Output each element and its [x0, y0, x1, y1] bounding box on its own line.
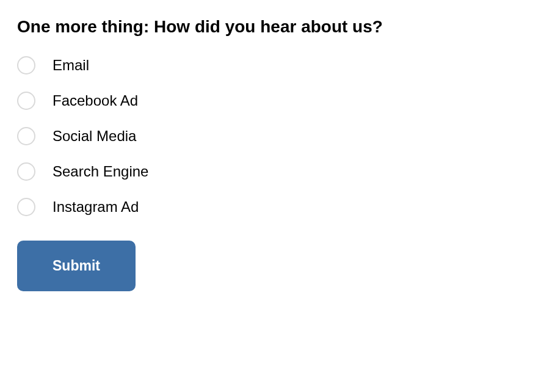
question-heading: One more thing: How did you hear about u… — [17, 17, 516, 37]
option-search-engine[interactable]: Search Engine — [17, 162, 516, 181]
radio-email[interactable] — [17, 56, 35, 74]
option-label: Search Engine — [53, 163, 148, 180]
option-label: Facebook Ad — [53, 92, 138, 109]
option-label: Instagram Ad — [53, 198, 139, 216]
radio-search-engine[interactable] — [17, 162, 35, 181]
option-instagram-ad[interactable]: Instagram Ad — [17, 198, 516, 216]
option-label: Email — [53, 57, 89, 74]
options-group: Email Facebook Ad Social Media Search En… — [17, 56, 516, 216]
option-social-media[interactable]: Social Media — [17, 127, 516, 145]
option-facebook-ad[interactable]: Facebook Ad — [17, 92, 516, 110]
radio-social-media[interactable] — [17, 127, 35, 145]
option-label: Social Media — [53, 128, 136, 145]
option-email[interactable]: Email — [17, 56, 516, 74]
radio-facebook-ad[interactable] — [17, 92, 35, 110]
submit-button[interactable]: Submit — [17, 241, 136, 291]
radio-instagram-ad[interactable] — [17, 198, 35, 216]
